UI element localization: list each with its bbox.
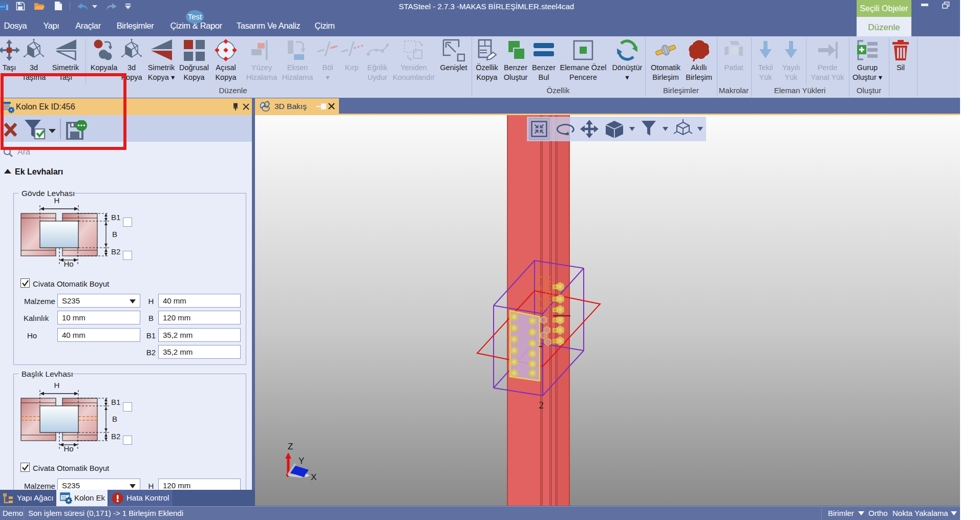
svg-text:Ho: Ho — [63, 259, 73, 267]
svg-text:B1: B1 — [111, 398, 120, 406]
svg-text:X: X — [311, 472, 316, 482]
svg-text:H: H — [54, 196, 60, 205]
svg-text:Z: Z — [288, 442, 293, 451]
svg-text:B: B — [112, 415, 117, 423]
svg-text:Ho: Ho — [63, 444, 73, 452]
svg-text:2: 2 — [539, 400, 544, 410]
svg-text:B2: B2 — [111, 247, 120, 256]
svg-text:Y: Y — [299, 456, 304, 466]
svg-text:B2: B2 — [111, 432, 120, 441]
svg-text:B: B — [112, 230, 117, 239]
svg-text:B1: B1 — [111, 213, 120, 222]
svg-text:H: H — [54, 381, 60, 389]
